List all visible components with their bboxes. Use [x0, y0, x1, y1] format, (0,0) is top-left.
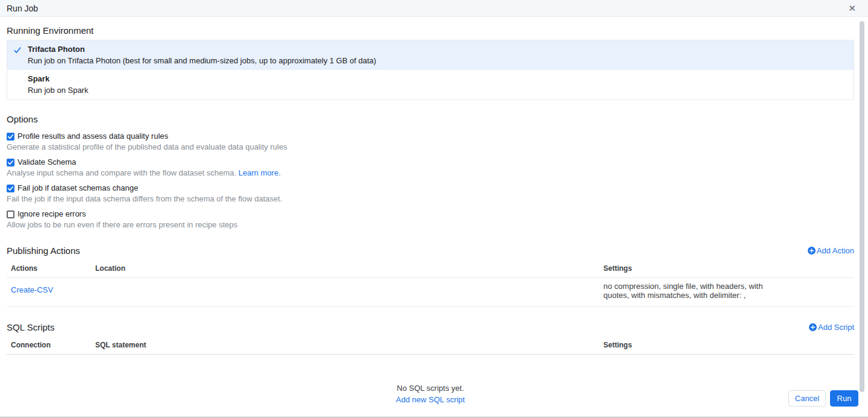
- publishing-actions-table: Actions Location Settings Create-CSV no …: [7, 262, 854, 307]
- option-description-text: Analyse input schema and compare with th…: [7, 168, 236, 177]
- env-option-name: Spark: [28, 74, 854, 83]
- column-header-connection: Connection: [11, 341, 95, 349]
- sql-scripts-empty-state: No SQL scripts yet. Add new SQL script: [7, 384, 854, 405]
- options-heading: Options: [7, 114, 854, 124]
- options-list: Profile results and assess data quality …: [7, 131, 854, 230]
- add-script-label: Add Script: [818, 323, 854, 332]
- location-cell: [95, 282, 603, 300]
- plus-icon: [808, 247, 816, 255]
- option-description: Analyse input schema and compare with th…: [7, 168, 854, 178]
- env-option-spark[interactable]: Spark Run job on Spark: [7, 70, 854, 100]
- run-button[interactable]: Run: [830, 390, 858, 407]
- dialog-header: Run Job ✕: [0, 0, 868, 17]
- column-header-settings: Settings: [603, 341, 854, 349]
- dialog-title: Run Job: [7, 4, 38, 13]
- add-action-label: Add Action: [817, 246, 854, 255]
- option-description: Fail the job if the input data schema di…: [7, 194, 854, 204]
- column-header-location: Location: [95, 264, 603, 273]
- option-label[interactable]: Ignore recipe errors: [17, 209, 86, 219]
- publishing-actions-heading: Publishing Actions: [7, 245, 80, 256]
- sql-scripts-table: Connection SQL statement Settings No SQL…: [7, 338, 854, 405]
- option-fail-job: Fail job if dataset schemas change Fail …: [7, 183, 854, 204]
- sql-scripts-header-row: SQL Scripts Add Script: [7, 322, 854, 332]
- running-environment-panel: Trifacta Photon Run job on Trifacta Phot…: [7, 40, 854, 100]
- column-header-sql-statement: SQL statement: [95, 341, 603, 349]
- publishing-action-row: Create-CSV no compression, single file, …: [7, 278, 854, 307]
- publishing-actions-header-row: Publishing Actions Add Action: [7, 245, 854, 256]
- run-job-dialog: Run Job ✕ Running Environment Trifacta P…: [0, 0, 868, 418]
- env-option-texts: Spark Run job on Spark: [28, 74, 854, 95]
- sql-scripts-table-header: Connection SQL statement Settings: [7, 338, 854, 355]
- dialog-footer: Cancel Run: [788, 390, 858, 407]
- settings-cell: no compression, single file, with header…: [603, 282, 775, 300]
- sql-scripts-heading: SQL Scripts: [7, 322, 54, 332]
- option-description: Allow jobs to be run even if there are e…: [7, 220, 854, 230]
- add-action-link[interactable]: Add Action: [808, 246, 854, 255]
- env-option-name: Trifacta Photon: [28, 45, 854, 54]
- env-option-texts: Trifacta Photon Run job on Trifacta Phot…: [28, 45, 854, 65]
- plus-icon: [809, 323, 817, 331]
- option-profile-results: Profile results and assess data quality …: [7, 131, 854, 152]
- dialog-content: Running Environment Trifacta Photon Run …: [0, 25, 868, 405]
- option-label[interactable]: Fail job if dataset schemas change: [17, 183, 138, 193]
- add-new-sql-script-link[interactable]: Add new SQL script: [7, 395, 854, 405]
- publishing-actions-table-header: Actions Location Settings: [7, 262, 854, 278]
- selected-check-icon: [7, 45, 28, 65]
- option-validate-schema: Validate Schema Analyse input schema and…: [7, 157, 854, 178]
- ignore-recipe-errors-checkbox[interactable]: [7, 211, 14, 218]
- option-description: Generate a statistical profile of the pu…: [7, 142, 854, 152]
- create-csv-link[interactable]: Create-CSV: [11, 282, 95, 300]
- close-icon[interactable]: ✕: [846, 2, 858, 14]
- column-header-actions: Actions: [11, 264, 95, 273]
- profile-results-checkbox[interactable]: [7, 133, 14, 141]
- validate-schema-checkbox[interactable]: [7, 159, 14, 166]
- env-option-description: Run job on Trifacta Photon (best for sma…: [28, 56, 854, 65]
- empty-check-slot: [7, 74, 28, 95]
- running-environment-heading: Running Environment: [7, 25, 854, 36]
- env-option-description: Run job on Spark: [28, 86, 854, 95]
- cancel-button[interactable]: Cancel: [788, 390, 826, 407]
- option-label[interactable]: Profile results and assess data quality …: [17, 131, 168, 141]
- add-script-link[interactable]: Add Script: [809, 323, 854, 332]
- option-label[interactable]: Validate Schema: [17, 157, 76, 167]
- fail-job-checkbox[interactable]: [7, 185, 14, 192]
- option-ignore-recipe-errors: Ignore recipe errors Allow jobs to be ru…: [7, 209, 854, 230]
- column-header-settings: Settings: [603, 264, 854, 273]
- empty-state-text: No SQL scripts yet.: [7, 384, 854, 393]
- learn-more-link[interactable]: Learn more.: [238, 168, 280, 177]
- env-option-trifacta-photon[interactable]: Trifacta Photon Run job on Trifacta Phot…: [7, 40, 854, 70]
- vertical-scrollbar[interactable]: [860, 21, 864, 392]
